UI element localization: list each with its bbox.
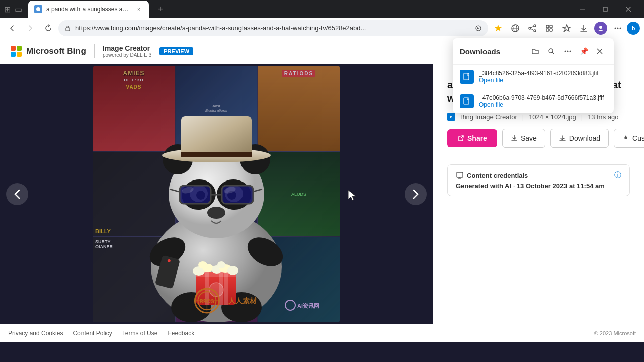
window-controls: [571, 0, 640, 18]
microsoft-bing-text: Microsoft Bing: [26, 46, 86, 56]
panda-character-svg: [93, 66, 340, 322]
downloads-more-button[interactable]: [560, 44, 575, 58]
downloads-header: Downloads 📌: [453, 38, 614, 65]
tab-favicon: [34, 5, 42, 13]
profile-button[interactable]: [593, 20, 609, 36]
nav-bar: https://www.bing.com/images/create/a-pan…: [0, 18, 644, 38]
lock-icon: [64, 25, 71, 32]
image-dimensions: 1024 × 1024.jpg: [529, 113, 576, 121]
browser-chrome: ⊞ ▭ a panda with a sunglasses and a × +: [0, 0, 644, 38]
favorites-button[interactable]: [490, 20, 506, 36]
svg-point-79: [567, 51, 569, 52]
new-tab-button[interactable]: +: [153, 2, 168, 17]
download-info-1: _384c8526-325a-4f93-9161-d2f02f63df83.jf…: [479, 70, 607, 84]
prev-image-button[interactable]: [6, 183, 28, 205]
bing-logo[interactable]: Microsoft Bing: [10, 45, 86, 57]
downloads-search-button[interactable]: [544, 44, 558, 58]
download-filename-2: _47e06b6a-9703-4769-b467-5d7666f571a3.jf…: [479, 94, 607, 101]
download-icon: [559, 135, 566, 142]
feedback-link[interactable]: Feedback: [168, 330, 194, 337]
svg-point-22: [617, 27, 619, 29]
svg-rect-15: [546, 25, 549, 28]
share-button-nav[interactable]: [524, 20, 540, 36]
forward-button[interactable]: [22, 20, 38, 36]
preview-badge: PREVIEW: [159, 47, 193, 55]
credentials-title: Content credentials: [456, 171, 528, 179]
image-creator-brand: Image Creator powered by DALL·E 3: [103, 44, 151, 58]
svg-point-23: [620, 27, 621, 29]
tab-split-icon[interactable]: ▭: [15, 5, 22, 14]
title-bar: ⊞ ▭ a panda with a sunglasses and a × +: [0, 0, 644, 18]
download-open-file-1[interactable]: Open file: [479, 77, 607, 84]
separator-2: |: [581, 113, 583, 121]
tab-grid-icon[interactable]: ⊞: [4, 5, 11, 14]
svg-rect-26: [11, 52, 16, 57]
downloads-button[interactable]: [576, 20, 592, 36]
download-open-file-2[interactable]: Open file: [479, 101, 607, 108]
terms-link[interactable]: Terms of Use: [122, 330, 158, 337]
svg-point-80: [570, 51, 571, 52]
avatar: [594, 22, 607, 35]
share-icon: [457, 135, 464, 142]
save-button[interactable]: Save: [502, 129, 545, 148]
image-meta: b Bing Image Creator | 1024 × 1024.jpg |…: [447, 113, 630, 121]
credentials-icon: [456, 171, 464, 179]
svg-rect-84: [464, 98, 469, 104]
tab-title: a panda with a sunglasses and a: [46, 6, 131, 13]
share-button[interactable]: Share: [447, 129, 497, 147]
download-button[interactable]: Download: [550, 129, 609, 148]
svg-rect-2: [603, 7, 607, 11]
address-bar[interactable]: https://www.bing.com/images/create/a-pan…: [58, 20, 488, 36]
more-tools-button[interactable]: [610, 20, 626, 36]
save-icon: [511, 135, 518, 142]
svg-rect-27: [17, 52, 22, 57]
svg-rect-18: [550, 29, 552, 31]
download-file-icon-1: [460, 70, 474, 84]
next-image-button[interactable]: [405, 183, 427, 205]
image-time: 13 hrs ago: [588, 113, 618, 121]
refresh-button[interactable]: [40, 20, 56, 36]
image-viewer: AMIES DE L'BO VADS AliofExplorations RAT…: [0, 64, 433, 324]
read-aloud-icon[interactable]: [475, 25, 482, 32]
credentials-info-button[interactable]: ⓘ: [614, 171, 621, 180]
svg-rect-51: [181, 116, 252, 156]
favorites-star-button[interactable]: [558, 20, 575, 36]
customize-icon: [622, 135, 629, 142]
bing-icon[interactable]: b: [627, 22, 640, 35]
download-info-2: _47e06b6a-9703-4769-b467-5d7666f571a3.jf…: [479, 94, 607, 108]
svg-point-66: [217, 261, 225, 268]
close-window-button[interactable]: [617, 0, 640, 18]
content-policy-link[interactable]: Content Policy: [73, 330, 112, 337]
downloads-pin-button[interactable]: 📌: [577, 44, 591, 58]
panel-divider: [447, 156, 630, 156]
minimize-button[interactable]: [571, 0, 594, 18]
download-item-1: _384c8526-325a-4f93-9161-d2f02f63df83.jf…: [453, 65, 614, 89]
image-creator-sub: powered by DALL·E 3: [103, 52, 151, 58]
svg-line-14: [531, 29, 534, 30]
nav-right-icons: b: [490, 20, 640, 36]
svg-text:RRCG: RRCG: [200, 299, 215, 304]
restore-button[interactable]: [594, 0, 617, 18]
credentials-header: Content credentials ⓘ: [456, 171, 621, 180]
header-divider: [94, 44, 95, 58]
customize-button[interactable]: Customize: [614, 129, 644, 148]
svg-rect-24: [11, 46, 16, 51]
download-file-icon-2: [460, 94, 474, 108]
main-image: AMIES DE L'BO VADS AliofExplorations RAT…: [93, 66, 340, 322]
svg-rect-5: [66, 28, 70, 31]
svg-rect-16: [550, 25, 552, 28]
svg-point-64: [227, 266, 238, 275]
active-tab[interactable]: a panda with a sunglasses and a ×: [28, 1, 149, 18]
globe-button[interactable]: [507, 20, 523, 36]
bing-meta-icon: b: [447, 113, 455, 121]
tab-close-button[interactable]: ×: [135, 5, 143, 13]
svg-line-13: [531, 26, 534, 28]
privacy-link[interactable]: Privacy and Cookies: [8, 330, 63, 337]
downloads-folder-button[interactable]: [528, 44, 542, 58]
extensions-button[interactable]: [541, 20, 557, 36]
action-buttons: Share Save Download Customize: [447, 129, 630, 148]
svg-point-10: [534, 25, 536, 27]
back-button[interactable]: [4, 20, 20, 36]
downloads-close-button[interactable]: [593, 44, 607, 58]
svg-point-71: [285, 300, 295, 310]
